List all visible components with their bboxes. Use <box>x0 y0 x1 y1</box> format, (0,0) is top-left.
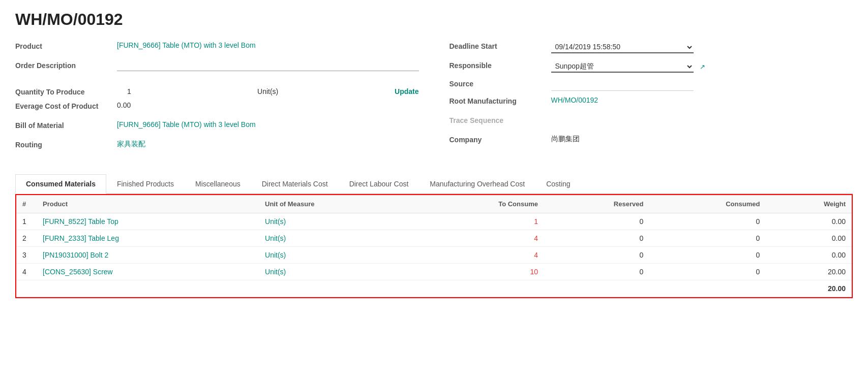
footer-total: 20.00 <box>766 280 852 297</box>
row1-weight: 0.00 <box>766 213 852 230</box>
form-left-col: Product [FURN_9666] Table (MTO) with 3 l… <box>15 41 419 159</box>
row3-product[interactable]: [PN19031000] Bolt 2 <box>37 247 259 264</box>
row3-weight: 0.00 <box>766 247 852 264</box>
unit-value: Unit(s) <box>257 87 369 96</box>
row4-weight: 20.00 <box>766 264 852 280</box>
root-mfg-value[interactable]: WH/MO/00192 <box>551 96 853 104</box>
row4-product[interactable]: [CONS_25630] Screw <box>37 264 259 280</box>
form-right-col: Deadline Start 09/14/2019 15:58:50 Respo… <box>450 41 853 159</box>
everage-cost-label: Everage Cost of Product <box>15 101 117 110</box>
row1-num: 1 <box>16 213 37 230</box>
row3-reserved: 0 <box>544 247 649 264</box>
company-row: Company 尚鹏集团 <box>450 135 853 149</box>
row2-weight: 0.00 <box>766 230 852 247</box>
tab-miscellaneous[interactable]: Miscellaneous <box>185 174 251 193</box>
company-label: Company <box>450 135 551 144</box>
row2-reserved: 0 <box>544 230 649 247</box>
source-value <box>551 80 694 91</box>
row2-unit[interactable]: Unit(s) <box>259 230 414 247</box>
footer-empty <box>16 280 766 297</box>
responsible-row: Responsible Sunpop超管 ↗ <box>450 60 853 75</box>
row2-num: 2 <box>16 230 37 247</box>
everage-cost-row: Everage Cost of Product 0.00 <box>15 101 419 115</box>
col-header-consumed: Consumed <box>649 195 766 213</box>
tab-finished-products[interactable]: Finished Products <box>106 174 185 193</box>
form-section: Product [FURN_9666] Table (MTO) with 3 l… <box>15 41 853 159</box>
row3-consumed: 0 <box>649 247 766 264</box>
table-row: 3 [PN19031000] Bolt 2 Unit(s) 4 0 0 0.00 <box>16 247 852 264</box>
responsible-external-link-icon[interactable]: ↗ <box>700 63 705 71</box>
quantity-value: 1 <box>127 87 239 96</box>
product-value[interactable]: [FURN_9666] Table (MTO) with 3 level Bom <box>117 41 419 49</box>
row2-to-consume: 4 <box>414 230 544 247</box>
deadline-label: Deadline Start <box>450 41 551 50</box>
col-header-to-consume: To Consume <box>414 195 544 213</box>
quantity-row: Quantity To Produce 1 Unit(s) Update <box>15 87 419 96</box>
product-label: Product <box>15 41 117 50</box>
tab-manufacturing-overhead-cost[interactable]: Manufacturing Overhead Cost <box>419 174 535 193</box>
col-header-weight: Weight <box>766 195 852 213</box>
bill-of-material-label: Bill of Material <box>15 120 117 130</box>
tab-direct-materials-cost[interactable]: Direct Materials Cost <box>251 174 339 193</box>
row1-unit[interactable]: Unit(s) <box>259 213 414 230</box>
trace-sequence-row: Trace Sequence <box>450 115 853 130</box>
row3-to-consume: 4 <box>414 247 544 264</box>
tabs-container: Consumed Materials Finished Products Mis… <box>15 174 853 194</box>
root-mfg-row: Root Manufacturing WH/MO/00192 <box>450 96 853 110</box>
order-description-value <box>117 60 419 71</box>
consumed-materials-table: # Product Unit of Measure To Consume Res… <box>16 195 852 297</box>
row2-consumed: 0 <box>649 230 766 247</box>
responsible-dropdown-container: Sunpop超管 ↗ <box>551 60 705 73</box>
row4-reserved: 0 <box>544 264 649 280</box>
col-header-num: # <box>16 195 37 213</box>
bill-of-material-row: Bill of Material [FURN_9666] Table (MTO)… <box>15 120 419 135</box>
table-row: 4 [CONS_25630] Screw Unit(s) 10 0 0 20.0… <box>16 264 852 280</box>
row4-num: 4 <box>16 264 37 280</box>
row1-consumed: 0 <box>649 213 766 230</box>
col-header-reserved: Reserved <box>544 195 649 213</box>
deadline-select[interactable]: 09/14/2019 15:58:50 <box>551 41 694 53</box>
table-footer-row: 20.00 <box>16 280 852 297</box>
routing-value[interactable]: 家具装配 <box>117 140 419 149</box>
source-label: Source <box>450 80 551 88</box>
row4-to-consume: 10 <box>414 264 544 280</box>
tab-costing[interactable]: Costing <box>535 174 581 193</box>
consumed-materials-table-wrapper: # Product Unit of Measure To Consume Res… <box>15 194 853 298</box>
responsible-label: Responsible <box>450 60 551 70</box>
root-mfg-label: Root Manufacturing <box>450 96 551 105</box>
tab-consumed-materials[interactable]: Consumed Materials <box>15 174 106 194</box>
row4-unit[interactable]: Unit(s) <box>259 264 414 280</box>
routing-label: Routing <box>15 140 117 149</box>
source-row: Source <box>450 80 853 91</box>
row4-consumed: 0 <box>649 264 766 280</box>
update-button[interactable]: Update <box>395 87 418 96</box>
company-value: 尚鹏集团 <box>551 135 853 144</box>
table-row: 1 [FURN_8522] Table Top Unit(s) 1 0 0 0.… <box>16 213 852 230</box>
row1-to-consume: 1 <box>414 213 544 230</box>
col-header-product: Product <box>37 195 259 213</box>
col-header-unit-of-measure: Unit of Measure <box>259 195 414 213</box>
table-row: 2 [FURN_2333] Table Leg Unit(s) 4 0 0 0.… <box>16 230 852 247</box>
quantity-label: Quantity To Produce <box>15 87 117 96</box>
row1-product[interactable]: [FURN_8522] Table Top <box>37 213 259 230</box>
table-header-row: # Product Unit of Measure To Consume Res… <box>16 195 852 213</box>
order-description-label: Order Description <box>15 60 117 70</box>
row3-unit[interactable]: Unit(s) <box>259 247 414 264</box>
row3-num: 3 <box>16 247 37 264</box>
responsible-select[interactable]: Sunpop超管 <box>551 60 694 73</box>
deadline-dropdown-container: 09/14/2019 15:58:50 <box>551 41 694 53</box>
deadline-row: Deadline Start 09/14/2019 15:58:50 <box>450 41 853 55</box>
bill-of-material-value[interactable]: [FURN_9666] Table (MTO) with 3 level Bom <box>117 120 419 129</box>
tab-direct-labour-cost[interactable]: Direct Labour Cost <box>339 174 420 193</box>
page-title: WH/MO/00192 <box>15 10 853 29</box>
row1-reserved: 0 <box>544 213 649 230</box>
everage-cost-value: 0.00 <box>117 101 419 109</box>
routing-row: Routing 家具装配 <box>15 140 419 154</box>
row2-product[interactable]: [FURN_2333] Table Leg <box>37 230 259 247</box>
order-description-row: Order Description <box>15 60 419 75</box>
product-row: Product [FURN_9666] Table (MTO) with 3 l… <box>15 41 419 55</box>
trace-sequence-label: Trace Sequence <box>450 115 551 124</box>
